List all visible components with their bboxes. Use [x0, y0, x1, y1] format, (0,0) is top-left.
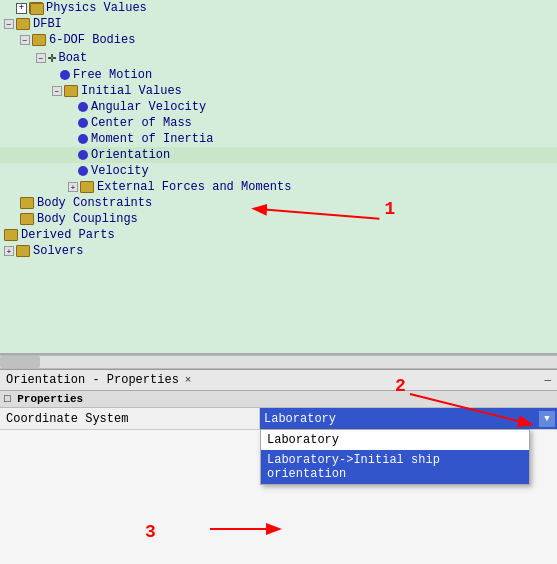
label-derived-parts: Derived Parts	[21, 228, 115, 242]
tree-item-initial-values[interactable]: − Initial Values	[0, 83, 557, 99]
tree-item-dfbi[interactable]: − DFBI	[0, 16, 557, 32]
label-body-constraints: Body Constraints	[37, 196, 152, 210]
tree-item-free-motion[interactable]: Free Motion	[0, 67, 557, 83]
label-solvers: Solvers	[33, 244, 83, 258]
properties-title: Orientation - Properties	[6, 373, 179, 387]
horizontal-scrollbar[interactable]	[0, 355, 557, 369]
boat-special-icon: ✛	[48, 49, 56, 66]
expand-dfbi[interactable]: −	[4, 19, 14, 29]
coordinate-system-text: Laboratory	[264, 412, 336, 426]
tree-item-body-constraints[interactable]: Body Constraints	[0, 195, 557, 211]
folder-icon-body-couplings	[20, 213, 34, 225]
tree-item-external-forces[interactable]: + External Forces and Moments	[0, 179, 557, 195]
tree-item-boat[interactable]: − ✛ Boat	[0, 48, 557, 67]
expand-physics-values[interactable]: +	[16, 3, 27, 14]
label-center-of-mass: Center of Mass	[91, 116, 192, 130]
label-external-forces: External Forces and Moments	[97, 180, 291, 194]
folder-icon-external-forces	[80, 181, 94, 193]
tree-item-physics-values[interactable]: + Physics Values	[0, 0, 557, 16]
bullet-orientation	[78, 150, 88, 160]
folder-icon-derived-parts	[4, 229, 18, 241]
folder-icon-solvers	[16, 245, 30, 257]
dropdown-option-laboratory[interactable]: Laboratory	[261, 430, 529, 450]
tree-item-angular-velocity[interactable]: Angular Velocity	[0, 99, 557, 115]
tree-item-orientation[interactable]: Orientation	[0, 147, 557, 163]
tree-item-solvers[interactable]: + Solvers	[0, 243, 557, 259]
label-6dof: 6-DOF Bodies	[49, 33, 135, 47]
tree-item-center-of-mass[interactable]: Center of Mass	[0, 115, 557, 131]
tree-panel: + Physics Values − DFBI − 6-DOF Bodies −…	[0, 0, 557, 355]
label-initial-values: Initial Values	[81, 84, 182, 98]
label-physics-values: Physics Values	[46, 1, 147, 15]
expand-6dof[interactable]: −	[20, 35, 30, 45]
properties-header: Orientation - Properties × —	[0, 370, 557, 391]
expand-external-forces[interactable]: +	[68, 182, 78, 192]
folder-icon-dfbi	[16, 18, 30, 30]
bullet-angular-velocity	[78, 102, 88, 112]
tree-item-6dof[interactable]: − 6-DOF Bodies	[0, 32, 557, 48]
tree-item-moment-of-inertia[interactable]: Moment of Inertia	[0, 131, 557, 147]
minimize-button[interactable]: —	[544, 374, 551, 386]
properties-section: □ Properties	[0, 391, 557, 408]
close-button[interactable]: ×	[185, 374, 192, 386]
expand-initial-values[interactable]: −	[52, 86, 62, 96]
bullet-velocity	[78, 166, 88, 176]
folder-icon-6dof	[32, 34, 46, 46]
tree-item-derived-parts[interactable]: Derived Parts	[0, 227, 557, 243]
label-boat: Boat	[58, 51, 87, 65]
bullet-moment-of-inertia	[78, 134, 88, 144]
label-orientation: Orientation	[91, 148, 170, 162]
bullet-center-of-mass	[78, 118, 88, 128]
coordinate-system-row: Coordinate System Laboratory ▼	[0, 408, 557, 430]
folder-icon-initial-values	[64, 85, 78, 97]
properties-panel: Orientation - Properties × — □ Propertie…	[0, 369, 557, 564]
folder-icon-physics-values	[29, 2, 43, 14]
label-moment-of-inertia: Moment of Inertia	[91, 132, 213, 146]
tree-item-velocity[interactable]: Velocity	[0, 163, 557, 179]
coordinate-system-label: Coordinate System	[0, 408, 260, 429]
folder-icon-body-constraints	[20, 197, 34, 209]
coordinate-system-dropdown-arrow[interactable]: ▼	[539, 411, 555, 427]
label-angular-velocity: Angular Velocity	[91, 100, 206, 114]
expand-boat[interactable]: −	[36, 53, 46, 63]
expand-solvers[interactable]: +	[4, 246, 14, 256]
label-free-motion: Free Motion	[73, 68, 152, 82]
tree-item-body-couplings[interactable]: Body Couplings	[0, 211, 557, 227]
coordinate-system-value[interactable]: Laboratory ▼	[260, 408, 557, 429]
label-body-couplings: Body Couplings	[37, 212, 138, 226]
coordinate-system-dropdown: Laboratory Laboratory->Initial ship orie…	[260, 429, 530, 485]
label-velocity: Velocity	[91, 164, 149, 178]
bullet-free-motion	[60, 70, 70, 80]
dropdown-option-initial-ship[interactable]: Laboratory->Initial ship orientation	[261, 450, 529, 484]
label-dfbi: DFBI	[33, 17, 62, 31]
